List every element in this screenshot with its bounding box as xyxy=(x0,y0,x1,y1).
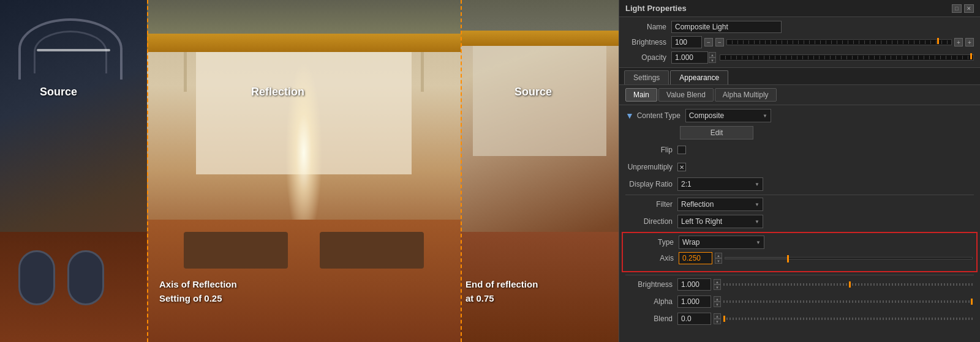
display-ratio-label: Display Ratio xyxy=(625,180,677,188)
brightness2-up-btn[interactable]: ▲ xyxy=(714,279,721,284)
brightness-top-slider[interactable] xyxy=(726,39,952,45)
unpremultiply-label: Unpremultiply xyxy=(625,163,677,171)
restore-button[interactable]: □ xyxy=(952,4,962,13)
filter-label: Filter xyxy=(625,200,677,209)
dashed-line-end xyxy=(461,0,462,342)
blend-slider-track[interactable] xyxy=(723,318,974,320)
name-row: Name xyxy=(625,21,974,33)
axis-slider-container: ▲ ▼ xyxy=(679,252,973,264)
direction-dropdown[interactable]: Left To Right ▼ xyxy=(677,215,763,228)
machine-left xyxy=(18,250,55,305)
brightness2-label: Brightness xyxy=(625,280,677,289)
subtab-alpha-multiply[interactable]: Alpha Multiply xyxy=(715,88,777,102)
content-type-dropdown[interactable]: Composite ▼ xyxy=(685,109,771,122)
panel-title: Light Properties xyxy=(625,4,687,13)
name-input[interactable] xyxy=(671,21,782,33)
brightness-top-input[interactable] xyxy=(671,36,702,48)
sub-tabs: Main Value Blend Alpha Multiply xyxy=(619,85,980,105)
gold-trim-right xyxy=(461,31,619,46)
brightness-top-slider-container: − − + + xyxy=(704,38,974,46)
separator-1 xyxy=(625,195,974,195)
type-label: Type xyxy=(627,238,679,247)
titlebar-controls: □ ✕ xyxy=(952,4,974,13)
axis-up-btn[interactable]: ▲ xyxy=(715,253,722,258)
close-button[interactable]: ✕ xyxy=(964,4,974,13)
gold-trim xyxy=(147,34,461,52)
desk-left xyxy=(184,232,288,269)
download-icon: ▼ xyxy=(625,111,634,121)
alpha-slider-thumb xyxy=(971,299,973,305)
display-ratio-row: Display Ratio 2:1 ▼ xyxy=(625,177,974,191)
filter-arrow: ▼ xyxy=(755,202,760,207)
alpha-down-btn[interactable]: ▼ xyxy=(714,302,721,307)
type-arrow: ▼ xyxy=(756,240,761,245)
top-fields: Name Brightness − − + + Opacity ▲ ▼ xyxy=(619,17,980,68)
brightness2-spinbox[interactable]: ▲ ▼ xyxy=(714,279,721,290)
opacity-label: Opacity xyxy=(625,53,671,62)
axis-spinbox[interactable]: ▲ ▼ xyxy=(715,253,722,264)
blend-down-btn[interactable]: ▼ xyxy=(714,319,721,324)
content-type-arrow: ▼ xyxy=(763,113,767,119)
blend-slider-thumb xyxy=(723,316,725,322)
blend-row: Blend ▲ ▼ xyxy=(625,312,974,325)
wall-right xyxy=(473,46,606,156)
flip-row: Flip xyxy=(625,143,974,157)
content-type-label: Content Type xyxy=(636,111,685,120)
content-type-row: ▼ Content Type Composite ▼ xyxy=(625,109,974,122)
axis-slider-fill xyxy=(725,258,787,259)
unpremultiply-checkbox[interactable]: ✕ xyxy=(677,163,686,171)
axis-input[interactable] xyxy=(679,252,712,264)
alpha-up-btn[interactable]: ▲ xyxy=(714,296,721,302)
panel-titlebar: Light Properties □ ✕ xyxy=(619,0,980,17)
dashed-line-axis xyxy=(147,0,148,342)
tab-settings[interactable]: Settings xyxy=(624,70,669,84)
brightness-top-label: Brightness xyxy=(625,38,671,46)
blend-up-btn[interactable]: ▲ xyxy=(714,313,721,319)
label-source-left: Source xyxy=(40,86,77,99)
flip-checkbox[interactable] xyxy=(677,146,686,154)
properties-area: ▼ Content Type Composite ▼ Edit Flip Unp… xyxy=(619,105,980,342)
alpha-input[interactable] xyxy=(677,296,711,308)
main-tabs: Settings Appearance xyxy=(619,68,980,85)
label-source-right: Source xyxy=(514,86,552,99)
alpha-slider-track[interactable] xyxy=(723,300,974,303)
brightness-plus2-btn[interactable]: + xyxy=(965,38,974,46)
type-dropdown[interactable]: Wrap ▼ xyxy=(679,236,764,249)
caption-end: End of reflection at 0.75 xyxy=(466,278,538,305)
alpha-spinbox[interactable]: ▲ ▼ xyxy=(714,296,721,307)
tab-appearance[interactable]: Appearance xyxy=(670,70,728,84)
subtab-main[interactable]: Main xyxy=(625,88,657,102)
axis-slider-track[interactable] xyxy=(725,257,973,259)
axis-down-btn[interactable]: ▼ xyxy=(715,258,722,264)
display-ratio-arrow: ▼ xyxy=(755,182,760,187)
brightness2-input[interactable] xyxy=(677,278,711,291)
alpha-label: Alpha xyxy=(625,297,677,306)
filter-row: Filter Reflection ▼ xyxy=(625,198,974,211)
brightness2-down-btn[interactable]: ▼ xyxy=(714,284,721,290)
brightness-minus-btn[interactable]: − xyxy=(704,38,713,46)
subtab-value-blend[interactable]: Value Blend xyxy=(658,88,714,102)
blend-input[interactable] xyxy=(677,313,711,325)
axis-slider-thumb xyxy=(787,255,789,262)
blend-slider-container: ▲ ▼ xyxy=(677,313,974,325)
brightness-plus-btn[interactable]: + xyxy=(954,38,963,46)
edit-button[interactable]: Edit xyxy=(680,126,753,139)
edit-row: Edit xyxy=(625,126,974,139)
brightness2-slider-thumb xyxy=(849,281,851,288)
filter-dropdown[interactable]: Reflection ▼ xyxy=(677,198,763,211)
opacity-slider[interactable] xyxy=(720,54,974,61)
brightness-minus2-btn[interactable]: − xyxy=(715,38,724,46)
opacity-up-btn[interactable]: ▲ xyxy=(709,52,716,58)
type-row: Type Wrap ▼ xyxy=(627,236,973,249)
opacity-spinbox[interactable]: ▲ ▼ xyxy=(709,52,716,63)
unpremultiply-row: Unpremultiply ✕ xyxy=(625,160,974,174)
opacity-row: Opacity ▲ ▼ xyxy=(625,51,974,64)
opacity-down-btn[interactable]: ▼ xyxy=(709,58,716,63)
blend-label: Blend xyxy=(625,314,677,323)
direction-label: Direction xyxy=(625,217,677,226)
opacity-input[interactable] xyxy=(671,51,708,64)
brightness2-slider-track[interactable] xyxy=(723,283,974,286)
blend-spinbox[interactable]: ▲ ▼ xyxy=(714,313,721,324)
scene-zone-left xyxy=(0,0,147,342)
display-ratio-dropdown[interactable]: 2:1 ▼ xyxy=(677,177,763,191)
